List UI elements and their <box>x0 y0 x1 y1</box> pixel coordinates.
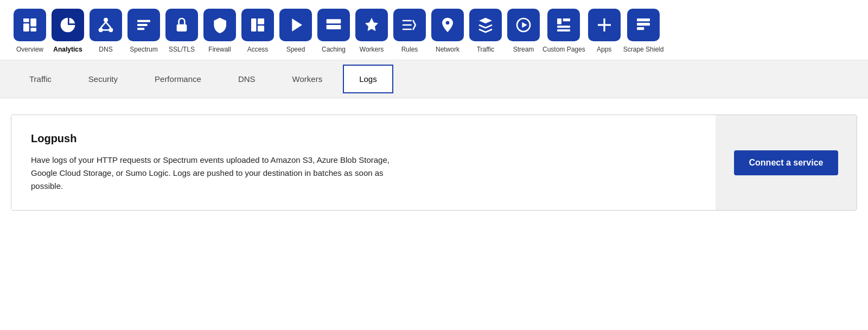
firewall-icon-box <box>203 9 236 41</box>
scrape-shield-label: Scrape Shield <box>623 46 664 53</box>
nav-item-overview[interactable]: Overview <box>11 9 49 60</box>
workers-label: Workers <box>360 46 384 53</box>
network-label: Network <box>436 46 459 53</box>
rules-label: Rules <box>401 46 418 53</box>
nav-item-analytics[interactable]: Analytics <box>49 9 87 60</box>
access-icon-box <box>241 9 274 41</box>
custom-pages-icon-box <box>547 9 580 41</box>
svg-rect-0 <box>23 18 29 22</box>
svg-rect-3 <box>30 28 36 31</box>
custom-pages-label: Custom Pages <box>542 46 585 53</box>
nav-item-speed[interactable]: Speed <box>277 9 315 60</box>
svg-rect-29 <box>557 29 570 31</box>
svg-marker-18 <box>292 18 302 31</box>
logpush-card: Logpush Have logs of your HTTP requests … <box>11 115 857 211</box>
access-label: Access <box>247 46 269 53</box>
tab-security[interactable]: Security <box>72 65 134 93</box>
traffic-icon-box <box>469 9 502 41</box>
tab-traffic[interactable]: Traffic <box>13 65 68 93</box>
svg-rect-26 <box>557 18 561 24</box>
overview-label: Overview <box>16 46 43 53</box>
svg-rect-34 <box>637 27 644 30</box>
nav-item-custom-pages[interactable]: Custom Pages <box>542 9 585 60</box>
svg-rect-10 <box>137 20 150 22</box>
svg-rect-11 <box>137 24 148 26</box>
stream-label: Stream <box>513 46 534 53</box>
svg-rect-2 <box>30 18 36 27</box>
svg-rect-33 <box>637 23 650 26</box>
svg-point-23 <box>446 21 450 25</box>
speed-label: Speed <box>286 46 305 53</box>
svg-line-8 <box>106 22 111 28</box>
nav-item-firewall[interactable]: Firewall <box>201 9 239 60</box>
svg-rect-16 <box>258 18 264 24</box>
logpush-right-panel: Connect a service <box>716 115 857 210</box>
caching-icon-box <box>317 9 350 41</box>
network-icon-box <box>431 9 464 41</box>
analytics-label: Analytics <box>53 46 82 53</box>
speed-icon-box <box>279 9 312 41</box>
traffic-label: Traffic <box>477 46 495 53</box>
ssl-icon-box <box>165 9 198 41</box>
main-content: Logpush Have logs of your HTTP requests … <box>0 98 868 227</box>
logpush-title: Logpush <box>31 132 696 145</box>
svg-rect-15 <box>251 18 256 31</box>
logpush-description: Have logs of your HTTP requests or Spect… <box>31 154 411 193</box>
svg-rect-17 <box>258 26 264 31</box>
apps-icon-box <box>588 9 621 41</box>
top-navigation: Overview Analytics DNS Spectrum SSL/TLS … <box>0 0 868 60</box>
svg-rect-1 <box>23 23 29 31</box>
tab-workers[interactable]: Workers <box>276 65 339 93</box>
tab-performance[interactable]: Performance <box>138 65 218 93</box>
analytics-icon-box <box>52 9 84 41</box>
svg-rect-28 <box>557 26 570 28</box>
overview-icon-box <box>14 9 46 41</box>
ssl-tls-label: SSL/TLS <box>169 46 195 53</box>
nav-item-dns[interactable]: DNS <box>87 9 125 60</box>
svg-rect-32 <box>637 18 650 21</box>
nav-item-spectrum[interactable]: Spectrum <box>125 9 163 60</box>
svg-line-7 <box>101 22 106 28</box>
nav-item-workers[interactable]: Workers <box>353 9 391 60</box>
nav-item-access[interactable]: Access <box>239 9 277 60</box>
svg-rect-27 <box>563 18 570 21</box>
nav-item-traffic[interactable]: Traffic <box>467 9 505 60</box>
caching-label: Caching <box>322 46 346 53</box>
svg-point-21 <box>337 20 340 22</box>
nav-item-stream[interactable]: Stream <box>505 9 542 60</box>
tab-dns[interactable]: DNS <box>222 65 272 93</box>
apps-label: Apps <box>597 46 611 53</box>
spectrum-label: Spectrum <box>130 46 157 53</box>
dns-label: DNS <box>99 46 112 53</box>
svg-point-14 <box>181 27 183 29</box>
nav-item-scrape-shield[interactable]: Scrape Shield <box>623 9 664 60</box>
logpush-left-panel: Logpush Have logs of your HTTP requests … <box>11 115 716 210</box>
svg-rect-12 <box>137 28 144 30</box>
workers-icon-box <box>355 9 388 41</box>
svg-point-22 <box>337 26 340 28</box>
rules-icon-box <box>393 9 426 41</box>
nav-item-ssl-tls[interactable]: SSL/TLS <box>163 9 201 60</box>
tab-logs[interactable]: Logs <box>343 65 393 93</box>
nav-item-rules[interactable]: Rules <box>391 9 429 60</box>
svg-point-4 <box>104 18 108 22</box>
firewall-label: Firewall <box>208 46 231 53</box>
stream-icon-box <box>507 9 540 41</box>
scrape-shield-icon-box <box>627 9 660 41</box>
dns-icon-box <box>90 9 122 41</box>
nav-item-network[interactable]: Network <box>429 9 467 60</box>
connect-service-button[interactable]: Connect a service <box>734 150 839 175</box>
analytics-sub-tabs: Traffic Security Performance DNS Workers… <box>0 60 868 98</box>
svg-marker-25 <box>522 22 527 28</box>
nav-item-apps[interactable]: Apps <box>585 9 623 60</box>
spectrum-icon-box <box>127 9 160 41</box>
nav-item-caching[interactable]: Caching <box>315 9 353 60</box>
